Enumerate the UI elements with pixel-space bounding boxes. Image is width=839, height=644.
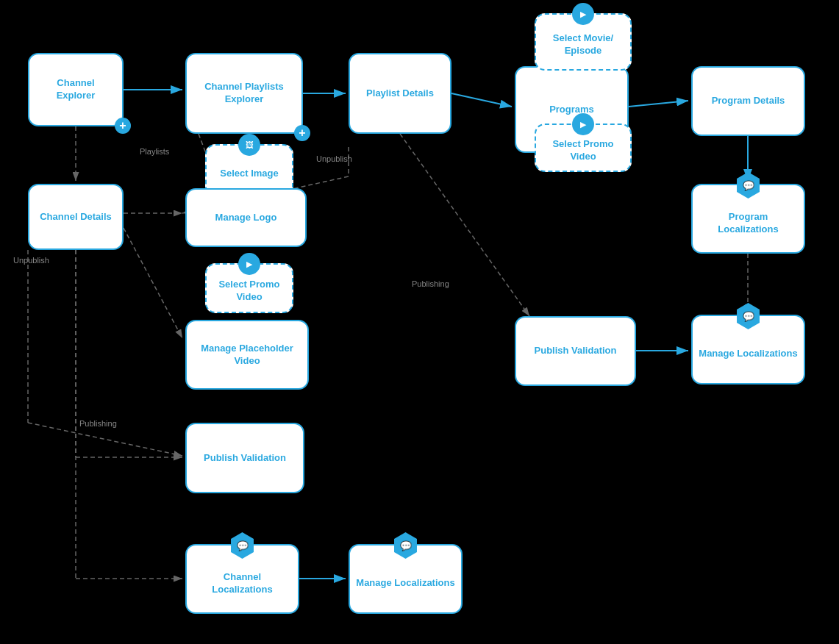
select-movie-episode-label: Select Movie/ Episode [542, 32, 624, 57]
publish-validation-mid-label: Publish Validation [535, 345, 617, 357]
publish-validation-mid-node[interactable]: Publish Validation [515, 316, 636, 386]
unpublish-playlist-label: Unpublish [316, 154, 352, 163]
publish-validation-bottom-node[interactable]: Publish Validation [185, 423, 304, 493]
manage-placeholder-video-label: Manage Placeholder Video [193, 343, 301, 368]
manage-localizations-mid-label: Manage Localizations [699, 348, 797, 360]
unpublish-channel-label: Unpublish [13, 256, 49, 265]
manage-logo-node[interactable]: Manage Logo [185, 188, 307, 247]
playlist-details-label: Playlist Details [366, 87, 434, 100]
publishing-playlist-label: Publishing [412, 279, 449, 288]
manage-localizations-bottom-node[interactable]: 💬 Manage Localizations [349, 544, 463, 614]
manage-placeholder-video-node[interactable]: Manage Placeholder Video [185, 320, 309, 390]
select-movie-episode-node[interactable]: ▶ Select Movie/ Episode [535, 13, 632, 71]
manage-localizations-mid-icon: 💬 [735, 303, 762, 329]
manage-logo-label: Manage Logo [215, 212, 277, 224]
program-localizations-node[interactable]: 💬 Program Localizations [691, 184, 805, 254]
channel-explorer-node[interactable]: Channel Explorer + [28, 53, 124, 126]
manage-localizations-bottom-label: Manage Localizations [356, 577, 454, 590]
program-details-label: Program Details [712, 95, 785, 107]
channel-localizations-node[interactable]: 💬 Channel Localizations [185, 544, 299, 614]
publishing-channel-label: Publishing [79, 419, 117, 428]
select-image-label: Select Image [220, 168, 279, 180]
manage-localizations-bottom-icon: 💬 [393, 532, 419, 559]
program-localizations-label: Program Localizations [699, 211, 798, 236]
channel-playlists-explorer-label: Channel Playlists Explorer [193, 81, 296, 106]
channel-details-node[interactable]: Channel Details [28, 184, 124, 250]
select-promo-video-programs-node[interactable]: ▶ Select Promo Video [535, 124, 632, 172]
channel-playlists-explorer-plus[interactable]: + [294, 125, 310, 141]
channel-playlists-explorer-node[interactable]: Channel Playlists Explorer + [185, 53, 303, 134]
select-image-icon: 🖼 [238, 134, 260, 156]
select-promo-video-programs-label: Select Promo Video [542, 138, 624, 163]
channel-explorer-label: Channel Explorer [57, 77, 96, 102]
select-promo-video-playlist-label: Select Promo Video [213, 279, 286, 304]
channel-localizations-icon: 💬 [229, 532, 256, 559]
program-details-node[interactable]: Program Details [691, 66, 805, 136]
svg-line-14 [400, 134, 529, 316]
channel-details-label: Channel Details [40, 211, 112, 223]
channel-explorer-plus[interactable]: + [115, 118, 131, 134]
svg-line-5 [629, 101, 688, 107]
program-localizations-icon: 💬 [735, 172, 762, 198]
publish-validation-bottom-label: Publish Validation [204, 452, 286, 465]
select-promo-video-playlist-node[interactable]: ▶ Select Promo Video [205, 263, 293, 313]
manage-localizations-mid-node[interactable]: 💬 Manage Localizations [691, 315, 805, 384]
playlists-label: Playlists [140, 147, 169, 156]
svg-line-4 [451, 93, 512, 107]
select-movie-episode-icon: ▶ [572, 3, 594, 25]
select-promo-video-playlist-icon: ▶ [238, 253, 260, 275]
playlist-details-node[interactable]: Playlist Details [349, 53, 451, 134]
select-promo-video-programs-icon: ▶ [572, 113, 594, 135]
channel-localizations-label: Channel Localizations [193, 571, 292, 596]
svg-line-11 [124, 228, 182, 338]
